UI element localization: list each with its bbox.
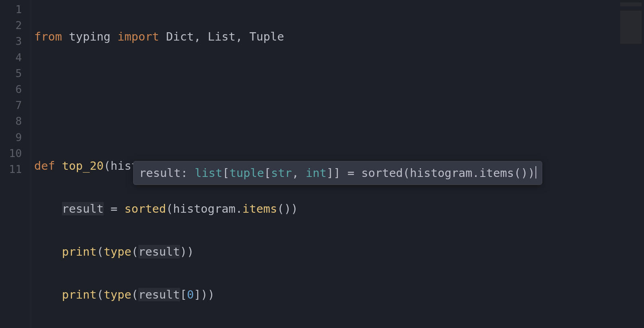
line-number: 1 — [0, 2, 31, 17]
line-number: 4 — [0, 50, 31, 66]
line-number: 6 — [0, 82, 31, 97]
var-result: result — [138, 245, 180, 258]
hover-histogram: histogram — [410, 166, 472, 180]
var-histogram: histogram — [173, 202, 235, 215]
builtin-type: type — [104, 288, 132, 301]
line-number: 9 — [0, 130, 31, 146]
builtin-type: type — [104, 245, 132, 258]
code-line[interactable] — [34, 72, 644, 87]
minimap[interactable] — [620, 2, 642, 66]
keyword-import: import — [118, 30, 159, 43]
func-name: top_20 — [62, 159, 104, 173]
type-list: List — [208, 30, 236, 43]
line-number: 5 — [0, 66, 31, 82]
hover-type-int: int — [306, 166, 326, 180]
type-tuple: Tuple — [249, 30, 284, 43]
builtin-sorted: sorted — [124, 202, 166, 215]
var-result: result — [62, 202, 104, 215]
line-number: 11 — [0, 161, 31, 177]
code-line[interactable]: result = sorted(histogram.items()) — [34, 201, 644, 217]
code-line[interactable] — [34, 115, 644, 130]
code-line[interactable]: from typing import Dict, List, Tuple — [34, 29, 644, 45]
literal-int: 0 — [187, 288, 194, 301]
builtin-print: print — [62, 245, 97, 258]
line-number: 3 — [0, 33, 31, 49]
hover-cursor — [535, 166, 536, 179]
type-dict: Dict — [166, 30, 194, 43]
line-number: 8 — [0, 113, 31, 129]
keyword-from: from — [34, 30, 62, 43]
code-line[interactable]: print(type(result[0])) — [34, 287, 644, 303]
line-number: 2 — [0, 17, 31, 33]
line-number: 7 — [0, 97, 31, 113]
hover-type-tuple: tuple — [229, 166, 264, 180]
hover-type-list: list — [195, 166, 223, 180]
hover-type-str: str — [271, 166, 292, 180]
hover-items: items — [479, 166, 514, 180]
hover-var: result — [139, 166, 181, 180]
type-hover-tooltip: result: list[tuple[str, int]] = sorted(h… — [133, 161, 542, 185]
keyword-def: def — [34, 159, 55, 173]
hover-sorted: sorted — [361, 166, 403, 180]
line-number: 10 — [0, 146, 31, 161]
var-result: result — [138, 288, 180, 301]
op-assign: = — [111, 202, 117, 215]
line-number-gutter: 1 2 3 4 5 6 7 8 9 10 11 — [0, 0, 31, 328]
method-items: items — [242, 202, 277, 215]
builtin-print: print — [62, 288, 97, 301]
code-line[interactable]: print(type(result)) — [34, 244, 644, 260]
module-typing: typing — [69, 30, 111, 43]
